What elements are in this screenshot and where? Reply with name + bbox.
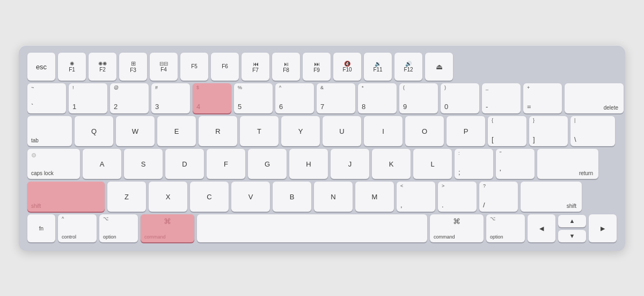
key-n[interactable]: N bbox=[314, 182, 353, 212]
key-space[interactable] bbox=[197, 214, 427, 242]
qwerty-key-row: tab Q W E R T Y U I O P bbox=[27, 116, 617, 146]
key-v[interactable]: V bbox=[231, 182, 270, 212]
key-3[interactable]: # 3 bbox=[151, 83, 190, 113]
key-i[interactable]: I bbox=[364, 116, 402, 146]
function-key-row: esc ✺ F1 ✺✺ F2 ⊞ F3 ⊟⊟ F4 F5 F6 ⏮ F7 ⏯ bbox=[27, 53, 617, 81]
key-semicolon[interactable]: : ; bbox=[455, 149, 493, 179]
key-backslash[interactable]: | \ bbox=[570, 116, 615, 146]
key-capslock[interactable]: caps lock bbox=[27, 149, 80, 179]
key-equals[interactable]: + = bbox=[523, 83, 562, 113]
key-arrow-left[interactable]: ◀ bbox=[528, 214, 555, 242]
key-fn[interactable]: fn bbox=[27, 214, 55, 242]
key-9[interactable]: ( 9 bbox=[399, 83, 438, 113]
key-t[interactable]: T bbox=[240, 116, 279, 146]
number-key-row: ~ ` ! 1 @ 2 # 3 $ 4 % 5 ^ 6 & 7 bbox=[27, 83, 617, 113]
key-f7[interactable]: ⏮ F7 bbox=[241, 53, 269, 81]
key-k[interactable]: K bbox=[372, 149, 411, 179]
key-f1[interactable]: ✺ F1 bbox=[58, 53, 86, 81]
key-z[interactable]: Z bbox=[107, 182, 146, 212]
key-c[interactable]: C bbox=[190, 182, 229, 212]
key-return[interactable]: return bbox=[537, 149, 598, 179]
key-f9[interactable]: ⏭ F9 bbox=[303, 53, 331, 81]
key-p[interactable]: P bbox=[447, 116, 485, 146]
key-f11[interactable]: 🔉 F11 bbox=[364, 53, 392, 81]
key-slash[interactable]: ? / bbox=[479, 182, 518, 212]
key-4[interactable]: $ 4 bbox=[193, 83, 231, 113]
key-o[interactable]: O bbox=[405, 116, 444, 146]
key-s[interactable]: S bbox=[124, 149, 163, 179]
key-1[interactable]: ! 1 bbox=[69, 83, 107, 113]
key-f8[interactable]: ⏯ F8 bbox=[272, 53, 300, 81]
key-5[interactable]: % 5 bbox=[234, 83, 273, 113]
asdf-key-row: caps lock A S D F G H J K L : ; bbox=[27, 149, 617, 179]
zxcv-key-row: shift Z X C V B N M < , > . bbox=[27, 182, 617, 212]
key-control[interactable]: ^ control bbox=[58, 214, 97, 242]
key-f5[interactable]: F5 bbox=[180, 53, 208, 81]
key-h[interactable]: H bbox=[289, 149, 328, 179]
key-shift-left[interactable]: shift bbox=[27, 182, 105, 212]
key-a[interactable]: A bbox=[83, 149, 121, 179]
key-f3[interactable]: ⊞ F3 bbox=[119, 53, 147, 81]
key-backtick[interactable]: ~ ` bbox=[27, 83, 66, 113]
key-m[interactable]: M bbox=[355, 182, 394, 212]
key-comma[interactable]: < , bbox=[397, 182, 435, 212]
key-quote[interactable]: " ' bbox=[496, 149, 535, 179]
key-f[interactable]: F bbox=[207, 149, 245, 179]
key-8[interactable]: * 8 bbox=[358, 83, 397, 113]
key-shift-right[interactable]: shift bbox=[521, 182, 582, 212]
key-e[interactable]: E bbox=[157, 116, 196, 146]
key-g[interactable]: G bbox=[248, 149, 287, 179]
key-option-left[interactable]: ⌥ option bbox=[99, 214, 138, 242]
key-tab[interactable]: tab bbox=[27, 116, 72, 146]
key-f6[interactable]: F6 bbox=[211, 53, 239, 81]
key-f12[interactable]: 🔊 F12 bbox=[394, 53, 422, 81]
modifier-key-row: fn ^ control ⌥ option ⌘ command ⌘ comman… bbox=[27, 214, 617, 242]
key-x[interactable]: X bbox=[149, 182, 187, 212]
key-w[interactable]: W bbox=[116, 116, 155, 146]
key-d[interactable]: D bbox=[165, 149, 204, 179]
key-y[interactable]: Y bbox=[281, 116, 320, 146]
key-2[interactable]: @ 2 bbox=[110, 83, 149, 113]
key-r[interactable]: R bbox=[199, 116, 237, 146]
key-j[interactable]: J bbox=[331, 149, 369, 179]
key-period[interactable]: > . bbox=[438, 182, 477, 212]
key-f10[interactable]: 🔇 F10 bbox=[333, 53, 361, 81]
key-arrow-up[interactable]: ▲ bbox=[558, 215, 586, 227]
key-6[interactable]: ^ 6 bbox=[275, 83, 314, 113]
key-command-right[interactable]: ⌘ command bbox=[430, 214, 484, 242]
key-delete[interactable]: delete bbox=[565, 83, 624, 113]
key-command-left[interactable]: ⌘ command bbox=[141, 214, 194, 242]
key-l[interactable]: L bbox=[413, 149, 452, 179]
arrow-up-down-group: ▲ ▼ bbox=[558, 215, 586, 242]
key-rbracket[interactable]: } ] bbox=[529, 116, 568, 146]
key-0[interactable]: ) 0 bbox=[441, 83, 479, 113]
key-f2[interactable]: ✺✺ F2 bbox=[89, 53, 116, 81]
key-esc[interactable]: esc bbox=[27, 53, 55, 81]
key-f4[interactable]: ⊟⊟ F4 bbox=[150, 53, 178, 81]
key-minus[interactable]: _ - bbox=[482, 83, 521, 113]
key-arrow-down[interactable]: ▼ bbox=[558, 230, 586, 242]
key-arrow-right[interactable]: ▶ bbox=[589, 214, 617, 242]
key-q[interactable]: Q bbox=[75, 116, 113, 146]
key-eject[interactable]: ⏏ bbox=[425, 53, 453, 81]
key-lbracket[interactable]: { [ bbox=[488, 116, 526, 146]
key-7[interactable]: & 7 bbox=[317, 83, 355, 113]
key-option-right[interactable]: ⌥ option bbox=[486, 214, 525, 242]
keyboard: esc ✺ F1 ✺✺ F2 ⊞ F3 ⊟⊟ F4 F5 F6 ⏮ F7 ⏯ bbox=[19, 45, 625, 251]
key-b[interactable]: B bbox=[273, 182, 311, 212]
key-u[interactable]: U bbox=[323, 116, 361, 146]
